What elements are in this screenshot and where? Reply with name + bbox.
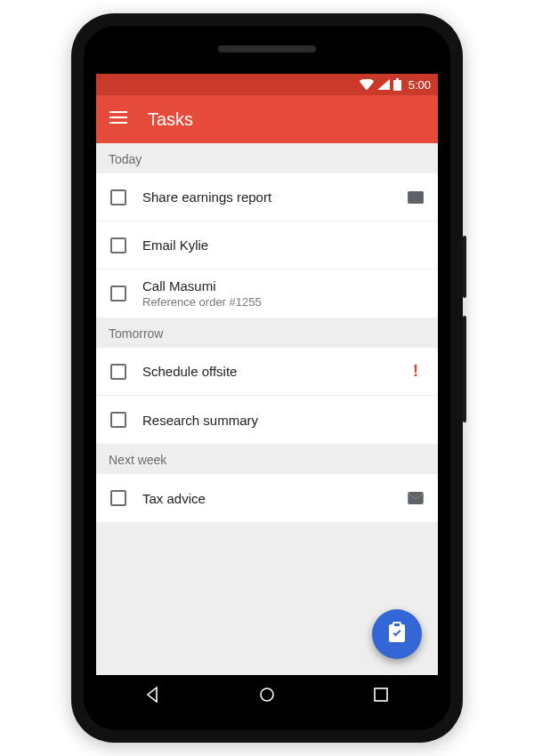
home-icon	[258, 686, 276, 707]
recents-button[interactable]	[352, 679, 409, 714]
home-button[interactable]	[239, 679, 295, 714]
mail-icon	[406, 191, 425, 204]
task-row[interactable]: Tax advice	[96, 474, 438, 522]
task-text: Research summary	[142, 413, 425, 428]
tasks-group: Tax advice	[96, 474, 438, 522]
app-bar: Tasks	[96, 95, 438, 143]
task-title: Call Masumi	[142, 278, 425, 294]
task-checkbox[interactable]	[110, 412, 126, 428]
back-icon	[145, 687, 161, 706]
task-title: Email Kylie	[142, 237, 425, 253]
clipboard-check-icon	[387, 622, 407, 647]
phone-speaker	[218, 45, 316, 52]
battery-icon	[393, 78, 401, 91]
section-header-tomorrow: Tomorrow	[96, 318, 438, 348]
task-row[interactable]: Share earnings report	[96, 173, 438, 221]
phone-side-button	[463, 236, 466, 298]
task-title: Share earnings report	[142, 189, 390, 205]
task-checkbox[interactable]	[110, 189, 126, 205]
signal-icon	[377, 79, 390, 90]
task-checkbox[interactable]	[110, 364, 126, 380]
phone-frame: 5:00 Tasks Today	[71, 13, 463, 743]
mail-icon	[406, 492, 425, 504]
screen: 5:00 Tasks Today	[96, 74, 438, 718]
system-nav-bar	[96, 675, 438, 718]
content-area: Today Share earnings report	[96, 143, 438, 675]
task-checkbox[interactable]	[110, 490, 126, 506]
task-checkbox[interactable]	[110, 237, 126, 253]
task-text: Email Kylie	[142, 237, 425, 253]
menu-icon	[109, 111, 127, 127]
phone-side-button	[463, 316, 466, 422]
page-title: Tasks	[148, 109, 193, 130]
task-text: Call Masumi Reference order #1255	[142, 278, 425, 309]
back-button[interactable]	[125, 679, 182, 714]
status-bar: 5:00	[96, 74, 438, 95]
task-title: Tax advice	[142, 491, 390, 506]
task-text: Tax advice	[142, 491, 390, 506]
section-header-today: Today	[96, 143, 438, 173]
wifi-icon	[360, 79, 374, 90]
tasks-group: Share earnings report Email Kylie	[96, 173, 438, 318]
task-row[interactable]: Research summary	[96, 396, 438, 444]
task-row[interactable]: Schedule offsite !	[96, 348, 438, 396]
status-time: 5:00	[409, 78, 431, 92]
phone-inner: 5:00 Tasks Today	[84, 26, 450, 730]
svg-rect-1	[375, 688, 387, 701]
tasks-group: Schedule offsite ! Research summary	[96, 348, 438, 444]
task-title: Research summary	[142, 413, 425, 428]
task-text: Schedule offsite	[142, 364, 390, 379]
empty-space	[96, 522, 438, 570]
task-text: Share earnings report	[142, 189, 390, 205]
menu-button[interactable]	[109, 109, 128, 129]
priority-icon: !	[406, 362, 425, 381]
task-row[interactable]: Email Kylie	[96, 221, 438, 269]
task-subtitle: Reference order #1255	[142, 295, 425, 309]
section-header-next-week: Next week	[96, 444, 438, 474]
recents-icon	[374, 688, 388, 705]
add-task-button[interactable]	[372, 609, 422, 659]
svg-point-0	[261, 688, 273, 701]
task-title: Schedule offsite	[142, 364, 390, 379]
task-checkbox[interactable]	[110, 286, 126, 302]
task-row[interactable]: Call Masumi Reference order #1255	[96, 269, 438, 318]
